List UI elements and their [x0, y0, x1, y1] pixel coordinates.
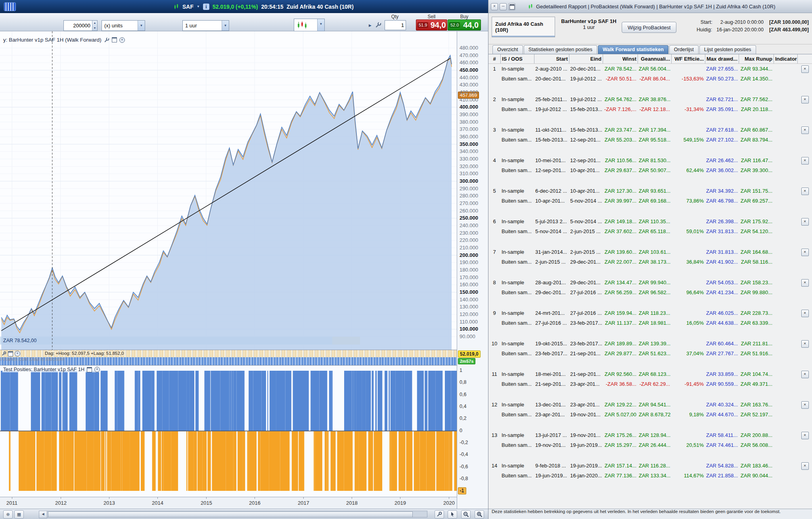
compressed-price-panel[interactable]: × Dag: +Hoog: 52.097,5 +Laag: 51.852,0	[0, 350, 457, 365]
report-tab-lijst-gesloten-posities[interactable]: Lijst gesloten posities	[699, 45, 756, 54]
remove-row-button[interactable]: ×	[801, 188, 809, 195]
remove-row-button[interactable]: ×	[801, 371, 809, 378]
column-header[interactable]: Start	[534, 54, 569, 63]
detach-window-icon[interactable]	[8, 351, 13, 356]
column-header[interactable]: Winst	[603, 54, 638, 63]
report-tab-walk-forward-statistieken[interactable]: Walk Forward statistieken	[598, 45, 668, 54]
timeframe-dropdown[interactable]: 1 uur ▼	[182, 20, 229, 31]
report-instrument-tab[interactable]: Zuid Afrika 40 Cash (10R)	[492, 17, 555, 37]
report-tab-statistieken-gesloten-posities[interactable]: Statistieken gesloten posities	[524, 45, 597, 54]
table-row[interactable]: Buiten sam...20-dec-201...19-jul-2012 ..…	[488, 74, 812, 84]
column-header[interactable]: Geannuali...	[638, 54, 671, 63]
chevron-down-icon[interactable]: ▼	[197, 5, 200, 8]
table-header[interactable]: #IS / OOSStartEindWinstGeannuali...WF Ef…	[488, 54, 812, 64]
close-panel-icon[interactable]: ×	[94, 367, 100, 372]
column-header[interactable]: Max drawd...	[705, 54, 739, 63]
column-header[interactable]: #	[488, 54, 500, 63]
draw-tool-icon[interactable]	[435, 510, 444, 519]
table-row[interactable]: Buiten sam...29-dec-201...27-jul-2016 ..…	[488, 287, 812, 297]
column-header[interactable]: Indicator p...	[774, 54, 797, 63]
remove-row-button[interactable]: ×	[801, 96, 809, 103]
table-row[interactable]: Buiten sam...5-nov-2014 ...2-jun-2015 ..…	[488, 226, 812, 236]
keyboard-icon[interactable]	[4, 2, 16, 11]
zoom-out-icon[interactable]	[461, 510, 471, 519]
table-row[interactable]: 11In-sample18-mei-201...21-sep-201...ZAR…	[488, 369, 812, 379]
chevron-down-icon[interactable]: ▼	[222, 21, 229, 31]
table-row[interactable]: 8In-sample28-aug-201...29-dec-201...ZAR …	[488, 278, 812, 287]
price-axis[interactable]: 457.869 52.019,0 2m57s -1 480.000470.000…	[457, 31, 488, 509]
report-titlebar[interactable]: × ─ Gedetailleerd Rapport | ProBacktest …	[488, 0, 812, 13]
scrollbar-thumb[interactable]	[48, 511, 413, 517]
close-panel-icon[interactable]: ×	[15, 351, 20, 356]
edit-probacktest-button[interactable]: Wijzig ProBacktest	[622, 22, 676, 33]
table-row[interactable]: Buiten sam...23-apr-201...19-nov-201...Z…	[488, 410, 812, 419]
remove-row-button[interactable]: ×	[801, 432, 809, 439]
table-row[interactable]: 13In-sample13-jul-2017 ...19-nov-201...Z…	[488, 430, 812, 440]
quantity-stepper[interactable]: ▲▼	[63, 20, 98, 31]
info-icon[interactable]: i	[203, 4, 209, 10]
anchor-tool-icon[interactable]: ⊕	[3, 510, 13, 519]
column-header[interactable]: Max Runup	[739, 54, 774, 63]
table-row[interactable]: 5In-sample6-dec-2012 ...10-apr-201...ZAR…	[488, 186, 812, 196]
remove-row-button[interactable]: ×	[801, 157, 809, 165]
column-header[interactable]: IS / OOS	[500, 54, 534, 63]
chart-type-button[interactable]: ▼	[294, 19, 325, 31]
main-price-chart[interactable]: y: BarHunter v1p SAF 1H (Walk Forward) ×…	[0, 31, 457, 350]
remove-row-button[interactable]: ×	[801, 249, 809, 256]
table-row[interactable]: Buiten sam...23-feb-2017...21-sep-201...…	[488, 349, 812, 358]
table-row[interactable]: Buiten sam...19-nov-201...19-jun-2019...…	[488, 440, 812, 450]
units-dropdown[interactable]: (x) units ▼	[102, 20, 145, 31]
chevron-down-icon[interactable]: ▼	[317, 19, 324, 31]
remove-row-button[interactable]: ×	[801, 310, 809, 317]
remove-row-button[interactable]: ×	[801, 126, 809, 134]
table-row[interactable]: 1In-sample2-aug-2010 ...20-dec-201...ZAR…	[488, 64, 812, 74]
report-tab-overzicht[interactable]: Overzicht	[492, 45, 523, 54]
sell-button[interactable]: 51.9 94,0	[416, 19, 447, 31]
close-chart-icon[interactable]: ×	[119, 37, 125, 43]
table-row[interactable]: 10In-sample19-okt-2015...23-feb-2017...Z…	[488, 339, 812, 349]
buy-button[interactable]: 52.0 44,0	[448, 19, 481, 31]
zoom-in-icon[interactable]	[475, 510, 484, 519]
remove-row-button[interactable]: ×	[801, 462, 809, 470]
table-row[interactable]: 3In-sample11-okt-2011...15-feb-2013...ZA…	[488, 125, 812, 135]
qty-field[interactable]	[385, 20, 406, 30]
table-row[interactable]: 9In-sample24-mrt-201...27-jul-2016 ...ZA…	[488, 308, 812, 318]
table-row[interactable]: Buiten sam...19-jul-2012 ...15-feb-2013.…	[488, 104, 812, 114]
grid-tool-icon[interactable]: ▦	[14, 510, 24, 519]
time-axis[interactable]: 2011201220132014201520162017201820192020	[0, 497, 457, 509]
table-row[interactable]: Buiten sam...10-apr-201...5-nov-2014 ...…	[488, 196, 812, 206]
expand-icon[interactable]: ▶	[369, 23, 372, 27]
column-header[interactable]: Eind	[569, 54, 603, 63]
panel-wrench-icon[interactable]	[2, 351, 6, 356]
symbol-select[interactable]: SAF	[182, 4, 193, 10]
detach-window-icon[interactable]	[112, 37, 117, 42]
maximize-window-icon[interactable]	[508, 3, 515, 10]
table-row[interactable]: 2In-sample25-feb-2011...19-jul-2012 ...Z…	[488, 94, 812, 104]
table-row[interactable]: Buiten sam...27-jul-2016 ...23-feb-2017.…	[488, 318, 812, 328]
table-row[interactable]: 4In-sample10-mei-201...12-sep-201...ZAR …	[488, 155, 812, 165]
detach-window-icon[interactable]	[87, 367, 92, 372]
table-row[interactable]: 7In-sample31-jan-2014...2-jun-2015 ...ZA…	[488, 247, 812, 257]
remove-row-button[interactable]: ×	[801, 340, 809, 348]
column-header[interactable]: WF Efficie...	[671, 54, 705, 63]
column-header[interactable]	[797, 54, 812, 63]
remove-row-button[interactable]: ×	[801, 65, 809, 73]
order-settings-wrench-icon[interactable]	[375, 22, 381, 28]
table-row[interactable]: Buiten sam...21-sep-201...23-apr-201...-…	[488, 379, 812, 389]
scroll-left-button[interactable]: ◀	[39, 511, 47, 518]
table-row[interactable]: 14In-sample9-feb-2018 ...19-jun-2019...Z…	[488, 461, 812, 471]
close-window-icon[interactable]: ×	[491, 3, 498, 10]
quantity-input[interactable]	[64, 21, 92, 31]
table-row[interactable]: Buiten sam...19-jun-2019...16-jan-2020..…	[488, 471, 812, 481]
chart-settings-wrench-icon[interactable]	[104, 37, 109, 43]
cursor-tool-icon[interactable]	[448, 510, 457, 519]
table-row[interactable]: 12In-sample13-dec-201...23-apr-201...ZAR…	[488, 400, 812, 410]
qty-input[interactable]	[385, 21, 406, 30]
spin-up-icon[interactable]: ▲	[92, 21, 97, 26]
remove-row-button[interactable]: ×	[801, 218, 809, 226]
table-row[interactable]: Buiten sam...2-jun-2015 ...29-dec-201...…	[488, 257, 812, 267]
remove-row-button[interactable]: ×	[801, 401, 809, 409]
minimize-window-icon[interactable]: ─	[500, 3, 507, 10]
table-row[interactable]: 6In-sample5-jul-2013 2...5-nov-2014 ...Z…	[488, 216, 812, 226]
table-row[interactable]: Buiten sam...12-sep-201...10-apr-201...Z…	[488, 165, 812, 175]
